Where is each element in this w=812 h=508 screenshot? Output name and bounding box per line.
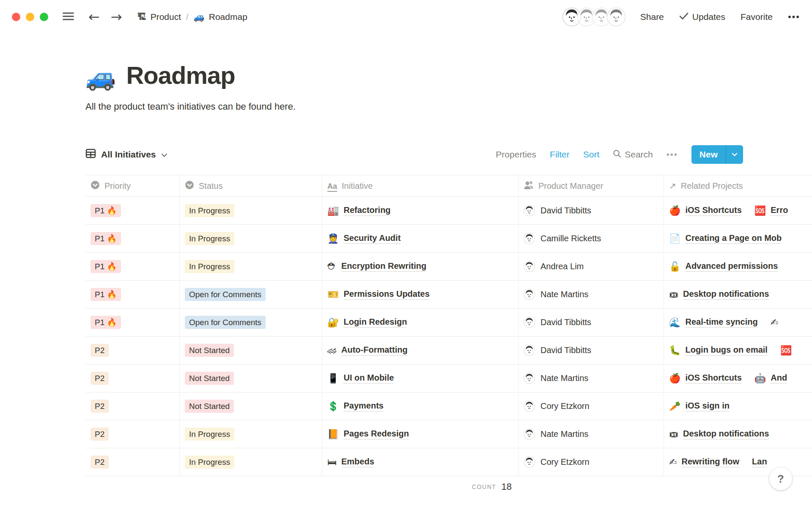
table-row[interactable]: P1 🔥In Progress⛑Encryption RewritingAndr… xyxy=(85,253,812,281)
related-project[interactable]: 🎟Desktop notifications xyxy=(669,429,769,439)
manager-cell[interactable]: Cory Etzkorn xyxy=(518,448,664,476)
column-header-initiative[interactable]: AaInitiative xyxy=(322,175,518,196)
status-cell[interactable]: Not Started xyxy=(180,392,322,420)
related-project[interactable]: 🌊Real-time syncing xyxy=(669,317,758,328)
manager-cell[interactable]: Andrea Lim xyxy=(518,253,664,280)
manager-cell[interactable]: Nate Martins xyxy=(518,420,664,448)
table-row[interactable]: P2Not Started📱UI on MobileNate Martins🍎i… xyxy=(85,364,812,392)
status-pill[interactable]: In Progress xyxy=(185,204,234,218)
page-description[interactable]: All the product team's initiatives can b… xyxy=(85,101,812,112)
column-header-related-projects[interactable]: ↗Related Projects xyxy=(664,175,812,196)
related-project[interactable]: 🆘Erro xyxy=(754,205,788,216)
initiative-cell[interactable]: 🛏Embeds xyxy=(322,448,518,476)
status-cell[interactable]: In Progress xyxy=(180,448,322,476)
priority-pill[interactable]: P1 🔥 xyxy=(91,288,121,301)
initiative-link[interactable]: Permissions Updates xyxy=(343,289,429,300)
manager-cell[interactable]: David Tibbitts xyxy=(518,309,664,336)
initiative-cell[interactable]: ⛑Encryption Rewriting xyxy=(322,253,518,280)
favorite-button[interactable]: Favorite xyxy=(741,12,773,22)
related-project[interactable]: 🎟Desktop notifications xyxy=(669,289,769,300)
collaborator-avatars[interactable] xyxy=(567,7,626,27)
related-link[interactable]: Desktop notifications xyxy=(683,289,769,300)
status-pill[interactable]: Not Started xyxy=(185,400,234,413)
page-title[interactable]: Roadmap xyxy=(126,61,235,89)
related-cell[interactable]: 🥕iOS sign in xyxy=(664,392,812,420)
initiative-cell[interactable]: 📙Pages Redesign xyxy=(322,420,518,448)
initiative-link[interactable]: Payments xyxy=(343,401,384,411)
blue-car-icon[interactable]: 🚙 xyxy=(85,65,116,89)
status-cell[interactable]: In Progress xyxy=(180,420,322,448)
priority-cell[interactable]: P1 🔥 xyxy=(85,253,180,280)
priority-pill[interactable]: P2 xyxy=(91,456,109,469)
priority-cell[interactable]: P1 🔥 xyxy=(85,281,180,308)
related-link[interactable]: Erro xyxy=(771,205,788,216)
sort-button[interactable]: Sort xyxy=(583,149,600,160)
initiative-link[interactable]: Security Audit xyxy=(343,233,401,244)
related-link[interactable]: iOS Shortcuts xyxy=(685,205,741,216)
related-project[interactable]: 🆘 xyxy=(780,345,796,356)
view-more-button[interactable]: ••• xyxy=(667,150,678,160)
filter-button[interactable]: Filter xyxy=(550,149,570,160)
share-button[interactable]: Share xyxy=(640,12,664,22)
related-link[interactable]: iOS sign in xyxy=(685,401,729,411)
priority-cell[interactable]: P2 xyxy=(85,337,180,364)
table-row[interactable]: P1 🔥In Progress🏭RefactoringDavid Tibbitt… xyxy=(85,197,812,225)
properties-button[interactable]: Properties xyxy=(496,149,536,160)
table-row[interactable]: P2Not Started🏎Auto-FormattingDavid Tibbi… xyxy=(85,337,812,364)
priority-pill[interactable]: P1 🔥 xyxy=(91,260,121,273)
related-project[interactable]: ✍Rewriting flow xyxy=(669,457,739,467)
priority-cell[interactable]: P1 🔥 xyxy=(85,225,180,252)
new-button[interactable]: New xyxy=(691,145,726,164)
related-cell[interactable]: 🌊Real-time syncing✍ xyxy=(664,309,812,336)
status-cell[interactable]: In Progress xyxy=(180,197,322,224)
related-cell[interactable]: 🍎iOS Shortcuts🤖And xyxy=(664,364,812,392)
nav-forward-button[interactable]: → xyxy=(109,8,132,25)
priority-pill[interactable]: P1 🔥 xyxy=(91,204,121,218)
priority-pill[interactable]: P1 🔥 xyxy=(91,232,121,246)
manager-cell[interactable]: Cory Etzkorn xyxy=(518,392,664,420)
priority-pill[interactable]: P2 xyxy=(91,428,109,441)
related-project[interactable]: 🔓Advanced permissions xyxy=(669,261,778,272)
initiative-link[interactable]: Embeds xyxy=(341,457,374,467)
related-project[interactable]: 🍎iOS Shortcuts xyxy=(669,373,742,384)
related-project[interactable]: 🥕iOS sign in xyxy=(669,401,730,411)
priority-cell[interactable]: P2 xyxy=(85,420,180,448)
status-cell[interactable]: Open for Comments xyxy=(180,281,322,308)
status-pill[interactable]: In Progress xyxy=(185,260,234,273)
priority-cell[interactable]: P2 xyxy=(85,364,180,392)
updates-button[interactable]: Updates xyxy=(679,12,725,22)
initiative-link[interactable]: Encryption Rewriting xyxy=(341,261,426,272)
column-header-product-manager[interactable]: Product Manager xyxy=(518,175,664,196)
manager-cell[interactable]: David Tibbitts xyxy=(518,337,664,364)
status-pill[interactable]: Not Started xyxy=(185,372,234,385)
related-link[interactable]: Lan xyxy=(752,457,767,467)
initiative-cell[interactable]: 👮Security Audit xyxy=(322,225,518,252)
priority-cell[interactable]: P2 xyxy=(85,448,180,476)
table-row[interactable]: P1 🔥Open for Comments🔐Login RedesignDavi… xyxy=(85,309,812,337)
initiative-link[interactable]: UI on Mobile xyxy=(343,373,394,384)
status-pill[interactable]: In Progress xyxy=(185,428,234,441)
table-footer[interactable]: COUNT 18 xyxy=(85,476,518,497)
related-link[interactable]: Desktop notifications xyxy=(683,429,769,439)
status-cell[interactable]: Not Started xyxy=(180,337,322,364)
related-project[interactable]: 🐛Login bugs on email xyxy=(669,345,768,356)
sidebar-menu-button[interactable] xyxy=(61,10,76,24)
related-cell[interactable]: 🎟Desktop notifications xyxy=(664,281,812,308)
status-pill[interactable]: In Progress xyxy=(185,456,234,469)
nav-back-button[interactable]: ← xyxy=(87,8,109,25)
table-row[interactable]: P2Not Started💲PaymentsCory Etzkorn🥕iOS s… xyxy=(85,392,812,420)
related-link[interactable]: Advanced permissions xyxy=(685,261,778,272)
status-cell[interactable]: Not Started xyxy=(180,364,322,392)
status-cell[interactable]: In Progress xyxy=(180,253,322,280)
related-link[interactable]: Rewriting flow xyxy=(681,457,739,467)
priority-pill[interactable]: P2 xyxy=(91,372,109,385)
priority-cell[interactable]: P1 🔥 xyxy=(85,197,180,224)
zoom-window-button[interactable] xyxy=(40,13,48,21)
table-row[interactable]: P2In Progress📙Pages RedesignNate Martins… xyxy=(85,420,812,448)
manager-cell[interactable]: Camille Ricketts xyxy=(518,225,664,252)
view-tab-all-initiatives[interactable]: All Initiatives xyxy=(85,148,167,161)
close-window-button[interactable] xyxy=(12,13,20,21)
priority-pill[interactable]: P1 🔥 xyxy=(91,316,121,329)
initiative-cell[interactable]: 📱UI on Mobile xyxy=(322,364,518,392)
initiative-cell[interactable]: 💲Payments xyxy=(322,392,518,420)
